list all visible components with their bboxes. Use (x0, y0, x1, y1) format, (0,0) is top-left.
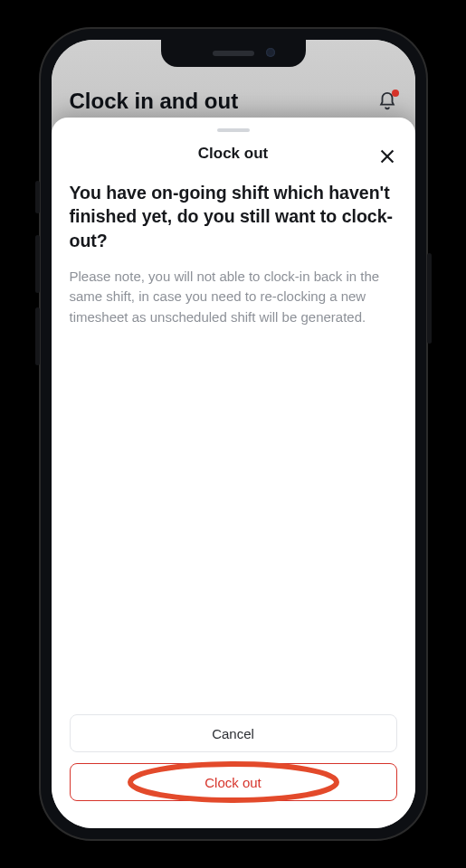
notification-bell-icon[interactable] (377, 91, 397, 111)
notification-dot-icon (392, 90, 399, 97)
phone-side-button (427, 253, 432, 344)
phone-side-button (35, 307, 40, 365)
background-screen-title: Clock in and out (70, 89, 239, 114)
close-button[interactable] (372, 141, 403, 172)
phone-side-button (35, 235, 40, 293)
phone-camera (266, 48, 275, 57)
bottom-sheet: Clock out You have on-going shift which … (52, 118, 415, 828)
phone-speaker (213, 51, 254, 56)
close-icon (377, 146, 397, 166)
phone-screen: Clock in and out Clock out (52, 40, 415, 828)
cancel-button[interactable]: Cancel (70, 714, 397, 752)
clock-out-button[interactable]: Clock out (70, 763, 397, 801)
sheet-grabber[interactable] (217, 128, 250, 132)
sheet-footer: Cancel Clock out (52, 709, 415, 810)
sheet-title: Clock out (198, 145, 268, 163)
clock-out-button-label: Clock out (204, 775, 262, 790)
confirmation-body: Please note, you will not able to clock-… (70, 267, 397, 328)
sheet-header: Clock out (52, 141, 415, 177)
phone-frame: Clock in and out Clock out (39, 27, 428, 841)
phone-side-button (35, 181, 40, 213)
sheet-content: You have on-going shift which haven't fi… (52, 177, 415, 709)
phone-notch (161, 40, 306, 67)
confirmation-heading: You have on-going shift which haven't fi… (70, 181, 397, 252)
cancel-button-label: Cancel (212, 726, 254, 741)
